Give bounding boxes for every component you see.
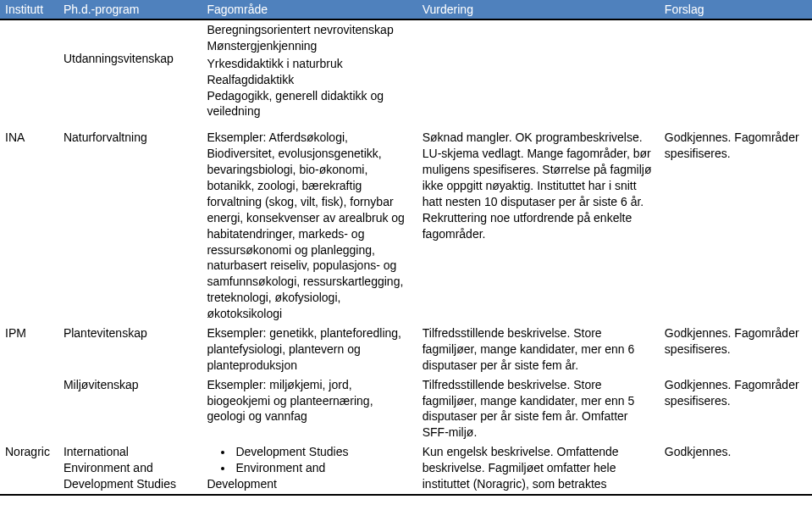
col-header-vurdering: Vurdering — [417, 0, 660, 19]
cell-institutt: Noragric — [0, 442, 58, 495]
cell-forslag: Godkjennes. Fagområder spesifiseres. — [660, 375, 812, 443]
table-row: INA Naturforvaltning Eksempler: Atferdsø… — [0, 128, 812, 324]
list-item: Environment and — [234, 460, 412, 476]
cell-vurdering: Tilfredsstillende beskrivelse. Store fag… — [417, 324, 660, 375]
fagomrade-highlight: Beregningsorientert nevrovitenskap Mønst… — [202, 20, 417, 56]
table-row: Utdanningsvitenskap Beregningsorientert … — [0, 19, 812, 121]
cell-vurdering: Søknad mangler. OK programbeskrivelse. L… — [417, 128, 660, 324]
cell-forslag: Godkjennes. — [660, 442, 812, 495]
cell-program: Plantevitenskap — [58, 324, 202, 375]
list-item: Development Studies — [234, 444, 412, 460]
col-header-fagomrade: Fagområde — [202, 0, 417, 19]
fagomrade-rest: Yrkesdidaktikk i naturbruk Realfagdidakt… — [202, 56, 417, 122]
table-header-row: Institutt Ph.d.-program Fagområde Vurder… — [0, 0, 812, 19]
fagomrade-trail: Development — [207, 476, 412, 492]
table-row: Miljøvitenskap Eksempler: miljøkjemi, jo… — [0, 375, 812, 443]
cell-fagomrade: Eksempler: miljøkjemi, jord, biogeokjemi… — [202, 375, 417, 443]
cell-vurdering: Tilfredsstillende beskrivelse. Store fag… — [417, 375, 660, 443]
cell-program: Miljøvitenskap — [58, 375, 202, 443]
cell-vurdering: Kun engelsk beskrivelse. Omfattende besk… — [417, 442, 660, 495]
bullet-list: Development Studies Environment and — [207, 444, 412, 476]
cell-forslag: Godkjennes. Fagområder spesifiseres. — [660, 128, 812, 324]
cell-fagomrade: Eksempler: genetikk, planteforedling, pl… — [202, 324, 417, 375]
cell-forslag: Godkjennes. Fagområder spesifiseres. — [660, 324, 812, 375]
col-header-forslag: Forslag — [660, 0, 812, 19]
table-row: Noragric International Environment and D… — [0, 442, 812, 495]
data-table: Institutt Ph.d.-program Fagområde Vurder… — [0, 0, 812, 496]
cell-institutt — [0, 19, 58, 121]
cell-fagomrade: Beregningsorientert nevrovitenskap Mønst… — [202, 19, 417, 121]
cell-fagomrade: Development Studies Environment and Deve… — [202, 442, 417, 495]
cell-institutt: INA — [0, 128, 58, 324]
cell-forslag — [660, 19, 812, 121]
col-header-institutt: Institutt — [0, 0, 58, 19]
cell-program: International Environment and Developmen… — [58, 442, 202, 495]
cell-institutt — [0, 375, 58, 443]
cell-program: Utdanningsvitenskap — [58, 19, 202, 121]
table-row: IPM Plantevitenskap Eksempler: genetikk,… — [0, 324, 812, 375]
cell-institutt: IPM — [0, 324, 58, 375]
cell-program: Naturforvaltning — [58, 128, 202, 324]
cell-fagomrade: Eksempler: Atferdsøkologi, Biodiversitet… — [202, 128, 417, 324]
col-header-program: Ph.d.-program — [58, 0, 202, 19]
cell-vurdering — [417, 19, 660, 121]
program-text: Utdanningsvitenskap — [64, 52, 174, 65]
